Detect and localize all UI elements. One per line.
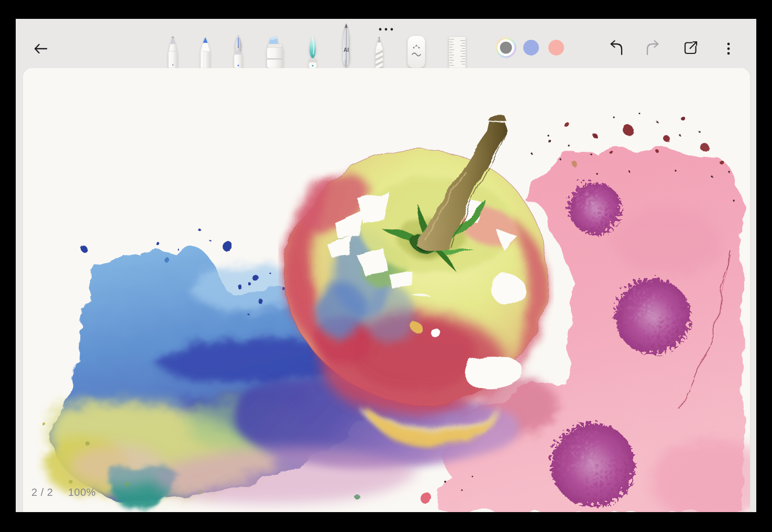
share-icon — [685, 42, 697, 53]
redo-button[interactable] — [644, 39, 664, 59]
tool-ai-pen[interactable]: AI — [330, 23, 362, 68]
page-indicator: 2 / 2 — [31, 486, 53, 498]
color-swatches — [493, 36, 567, 60]
zoom-level: 100% — [68, 486, 96, 498]
share-button[interactable] — [681, 38, 701, 58]
color-swatch-selected[interactable] — [497, 38, 515, 57]
tool-ballpoint-pen[interactable] — [157, 36, 189, 68]
toolbar: AI — [16, 19, 756, 68]
kebab-menu-icon — [727, 43, 730, 55]
toolbar-drag-handle[interactable] — [376, 26, 397, 33]
gold-dot — [410, 321, 421, 331]
color-swatch-salmon[interactable] — [548, 40, 564, 56]
drag-handle-dots-icon — [379, 28, 393, 31]
ai-pen-label: AI — [344, 47, 349, 53]
more-options-button[interactable] — [719, 39, 738, 59]
undo-icon — [611, 41, 622, 54]
tool-fountain-pen[interactable] — [223, 35, 254, 68]
white-dot — [431, 328, 440, 337]
color-swatch-blue[interactable] — [523, 40, 539, 56]
drawing-canvas[interactable]: 2 / 2 100% — [23, 68, 750, 512]
redo-icon — [647, 41, 658, 54]
tool-brush[interactable] — [297, 35, 328, 68]
tool-highlighter[interactable] — [259, 36, 291, 68]
tool-eraser[interactable] — [401, 35, 432, 68]
watercolor-apple-artwork — [23, 68, 750, 512]
drawing-app-window: AI — [16, 19, 756, 512]
back-button[interactable] — [30, 38, 51, 59]
undo-button[interactable] — [605, 39, 625, 59]
back-arrow-icon — [35, 45, 47, 53]
tool-pencil[interactable] — [190, 36, 221, 68]
tool-ruler[interactable] — [442, 36, 473, 68]
tool-textured-pencil[interactable] — [363, 36, 395, 68]
